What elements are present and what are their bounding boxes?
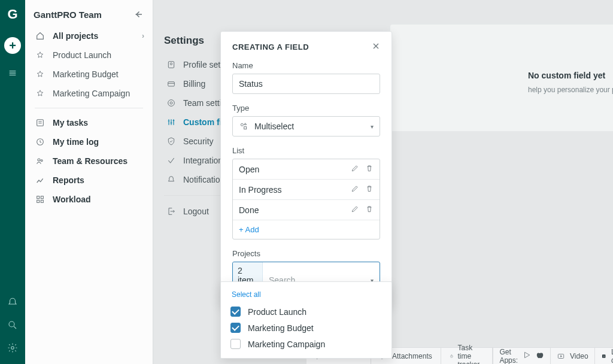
sidebar-item-label: Workload — [53, 195, 91, 204]
sidebar-project-1[interactable]: Product Launch — [25, 46, 153, 65]
sidebar-my-tasks[interactable]: My tasks — [25, 113, 153, 132]
checkbox-icon[interactable] — [230, 339, 241, 349]
footer-video[interactable]: Video — [550, 348, 594, 364]
nav-label: Billing — [183, 79, 205, 89]
delete-icon[interactable] — [365, 164, 374, 174]
play-store-icon[interactable] — [523, 351, 531, 361]
sidebar: GanttPRO Team All projects › Product Lau… — [25, 0, 153, 364]
dropdown-item[interactable]: Product Launch — [221, 304, 392, 320]
notification-icon[interactable] — [7, 297, 18, 308]
empty-title: No custom field yet — [528, 71, 605, 80]
search-icon[interactable] — [7, 320, 18, 330]
footer-getapps: Get Apps: — [493, 348, 550, 364]
type-value: Multiselect — [254, 122, 294, 131]
list-item: In Progress — [233, 180, 380, 200]
svg-rect-16 — [244, 127, 247, 129]
delete-icon[interactable] — [365, 205, 374, 215]
star-icon — [35, 50, 45, 60]
clock-icon — [35, 136, 45, 147]
footer-learning[interactable]: ? Learning centr — [594, 348, 613, 364]
modal-title: CREATING A FIELD — [232, 43, 380, 51]
sidebar-project-3[interactable]: Marketing Campaign — [25, 84, 153, 103]
people-icon — [35, 156, 45, 166]
footer-label: Attachments — [392, 352, 432, 360]
svg-point-1 — [11, 347, 14, 350]
svg-point-5 — [41, 160, 43, 162]
svg-point-14 — [170, 102, 172, 104]
close-icon[interactable] — [371, 41, 383, 53]
sidebar-all-projects[interactable]: All projects › — [25, 26, 153, 46]
dropdown-item-label: Marketing Budget — [248, 323, 314, 333]
list-item-label: Open — [239, 165, 259, 174]
footer-label: Task time tracker — [458, 344, 484, 365]
settings-icon[interactable] — [7, 342, 18, 353]
edit-icon[interactable] — [351, 184, 359, 195]
svg-point-4 — [38, 159, 40, 161]
main: Settings Profile settings Billing Team s… — [153, 0, 613, 364]
sidebar-item-label: Marketing Campaign — [53, 89, 130, 98]
sidebar-workload[interactable]: Workload — [25, 190, 153, 209]
chart-icon — [35, 175, 45, 186]
projects-label: Projects — [232, 249, 380, 258]
footer-time-tracker[interactable]: Task time tracker — [441, 348, 493, 364]
projects-dropdown: Select all Product Launch Marketing Budg… — [220, 281, 392, 359]
apple-icon[interactable] — [536, 351, 544, 361]
sidebar-item-label: My time log — [53, 137, 99, 147]
svg-point-13 — [168, 100, 175, 107]
star-icon — [35, 88, 45, 99]
select-all-link[interactable]: Select all — [221, 288, 392, 304]
svg-rect-6 — [37, 196, 40, 199]
dropdown-item-label: Marketing Campaign — [248, 339, 325, 349]
svg-rect-2 — [37, 120, 44, 126]
list-item: Open — [233, 159, 380, 180]
sidebar-item-label: Marketing Budget — [53, 69, 119, 79]
sidebar-reports[interactable]: Reports — [25, 171, 153, 190]
svg-rect-7 — [41, 196, 43, 199]
collapse-sidebar-button[interactable] — [132, 8, 144, 20]
empty-subtitle: help you personalize your projects. — [528, 86, 613, 94]
type-label: Type — [232, 104, 380, 113]
dropdown-item[interactable]: Marketing Budget — [221, 320, 392, 336]
svg-rect-19 — [558, 354, 563, 358]
logo: G — [0, 0, 25, 29]
checkbox-checked-icon[interactable] — [230, 307, 241, 317]
edit-icon[interactable] — [351, 205, 359, 215]
svg-rect-8 — [37, 200, 40, 202]
dropdown-item-label: Product Launch — [248, 307, 306, 317]
type-select[interactable]: Multiselect ▾ — [232, 116, 380, 136]
workspace-title: GanttPRO Team — [34, 10, 102, 20]
list-options: Open In Progress Done — [232, 159, 380, 239]
add-button[interactable]: + — [4, 37, 21, 54]
star-icon — [35, 69, 45, 80]
svg-point-11 — [170, 63, 172, 65]
list-label: List — [232, 146, 380, 155]
name-input[interactable] — [232, 74, 380, 94]
add-option-button[interactable]: + Add — [233, 220, 380, 239]
nav-label: Security — [183, 136, 214, 146]
sidebar-my-time-log[interactable]: My time log — [25, 132, 153, 151]
app-rail: G + — [0, 0, 25, 364]
name-label: Name — [232, 61, 380, 70]
list-icon — [35, 117, 45, 128]
nav-label: Logout — [183, 207, 209, 216]
edit-icon[interactable] — [351, 164, 359, 174]
list-item-label: Done — [239, 205, 259, 215]
home-icon — [35, 31, 45, 41]
footer-label: Video — [570, 352, 588, 360]
delete-icon[interactable] — [365, 184, 374, 195]
menu-icon[interactable] — [8, 68, 17, 80]
sidebar-item-label: All projects — [53, 31, 98, 41]
page-title: Settings — [164, 35, 204, 47]
create-field-modal: CREATING A FIELD Name Type Multiselect ▾… — [220, 31, 392, 305]
sidebar-team-resources[interactable]: Team & Resources — [25, 151, 153, 171]
dropdown-item[interactable]: Marketing Campaign — [221, 336, 392, 352]
sidebar-item-label: Reports — [53, 175, 84, 185]
sidebar-item-label: My tasks — [53, 118, 88, 128]
sidebar-item-label: Product Launch — [53, 50, 111, 60]
footer-label: Get Apps: — [499, 348, 518, 365]
chevron-right-icon: › — [142, 32, 144, 40]
grid-icon — [35, 194, 45, 205]
sidebar-project-2[interactable]: Marketing Budget — [25, 65, 153, 84]
svg-rect-9 — [41, 200, 43, 202]
checkbox-checked-icon[interactable] — [230, 323, 241, 333]
